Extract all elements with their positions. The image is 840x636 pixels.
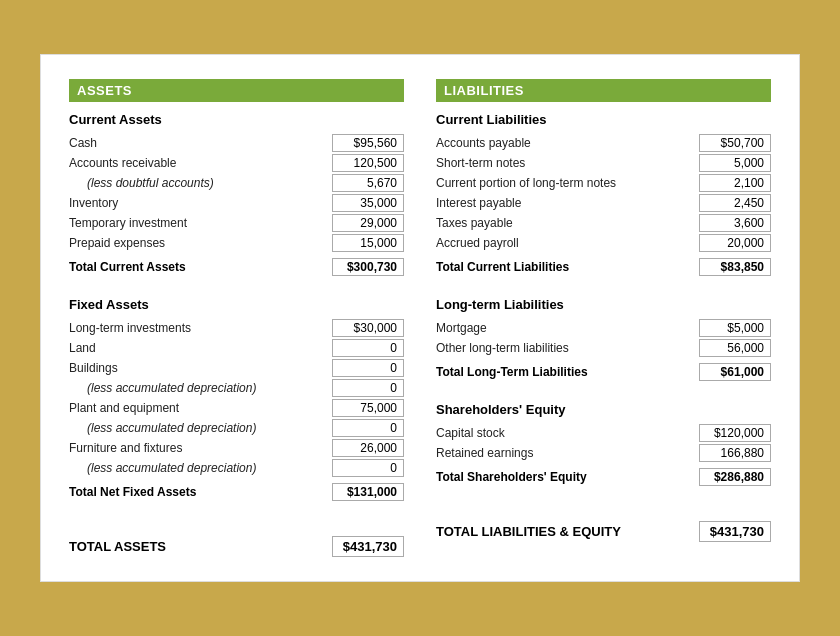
list-item: Mortgage $5,000	[436, 318, 771, 338]
total-liabilities-equity-label: TOTAL LIABILITIES & EQUITY	[436, 524, 621, 539]
item-value: 3,600	[699, 214, 771, 232]
item-value: $5,000	[699, 319, 771, 337]
list-item: Furniture and fixtures 26,000	[69, 438, 404, 458]
item-label: Plant and equipment	[69, 401, 332, 415]
item-label: Current portion of long-term notes	[436, 176, 699, 190]
list-item: Cash $95,560	[69, 133, 404, 153]
balance-sheet: ASSETS Current Assets Cash $95,560 Accou…	[40, 54, 800, 582]
assets-column: ASSETS Current Assets Cash $95,560 Accou…	[69, 79, 404, 557]
list-item: Capital stock $120,000	[436, 423, 771, 443]
total-fixed-assets-row: Total Net Fixed Assets $131,000	[69, 480, 404, 504]
list-item: Interest payable 2,450	[436, 193, 771, 213]
item-label: Taxes payable	[436, 216, 699, 230]
item-value: 166,880	[699, 444, 771, 462]
item-label: Other long-term liabilities	[436, 341, 699, 355]
item-label: Cash	[69, 136, 332, 150]
total-assets-section: TOTAL ASSETS $431,730	[69, 528, 404, 557]
list-item: Inventory 35,000	[69, 193, 404, 213]
item-value: 20,000	[699, 234, 771, 252]
total-label: Total Current Assets	[69, 260, 332, 274]
item-value: 35,000	[332, 194, 404, 212]
list-item: Current portion of long-term notes 2,100	[436, 173, 771, 193]
item-value: 0	[332, 359, 404, 377]
list-item: (less accumulated depreciation) 0	[69, 418, 404, 438]
list-item: Temporary investment 29,000	[69, 213, 404, 233]
item-label: Mortgage	[436, 321, 699, 335]
fixed-assets-header: Fixed Assets	[69, 297, 404, 312]
item-value: 29,000	[332, 214, 404, 232]
total-label: Total Shareholders' Equity	[436, 470, 699, 484]
current-assets-header: Current Assets	[69, 112, 404, 127]
list-item: Buildings 0	[69, 358, 404, 378]
item-label: Inventory	[69, 196, 332, 210]
list-item: Prepaid expenses 15,000	[69, 233, 404, 253]
item-label: Accrued payroll	[436, 236, 699, 250]
list-item: (less accumulated depreciation) 0	[69, 458, 404, 478]
item-label: Capital stock	[436, 426, 699, 440]
assets-header: ASSETS	[69, 79, 404, 102]
total-current-liabilities-row: Total Current Liabilities $83,850	[436, 255, 771, 279]
item-value: 0	[332, 339, 404, 357]
item-value: 120,500	[332, 154, 404, 172]
total-liabilities-equity-section: TOTAL LIABILITIES & EQUITY $431,730	[436, 513, 771, 542]
item-value: 0	[332, 419, 404, 437]
item-value: 56,000	[699, 339, 771, 357]
total-current-assets-row: Total Current Assets $300,730	[69, 255, 404, 279]
item-value: 0	[332, 379, 404, 397]
item-label: (less accumulated depreciation)	[69, 421, 332, 435]
list-item: Accounts payable $50,700	[436, 133, 771, 153]
list-item: (less accumulated depreciation) 0	[69, 378, 404, 398]
longterm-liabilities-header: Long-term Liabilities	[436, 297, 771, 312]
item-value: 0	[332, 459, 404, 477]
item-label: Furniture and fixtures	[69, 441, 332, 455]
list-item: Accrued payroll 20,000	[436, 233, 771, 253]
list-item: Taxes payable 3,600	[436, 213, 771, 233]
total-value: $131,000	[332, 483, 404, 501]
item-value: 5,670	[332, 174, 404, 192]
total-longterm-liabilities-row: Total Long-Term Liabilities $61,000	[436, 360, 771, 384]
item-label: (less accumulated depreciation)	[69, 381, 332, 395]
list-item: Long-term investments $30,000	[69, 318, 404, 338]
total-liabilities-equity-value: $431,730	[699, 521, 771, 542]
item-value: $50,700	[699, 134, 771, 152]
item-label: Temporary investment	[69, 216, 332, 230]
total-value: $83,850	[699, 258, 771, 276]
item-value: 26,000	[332, 439, 404, 457]
item-label: Prepaid expenses	[69, 236, 332, 250]
current-liabilities-header: Current Liabilities	[436, 112, 771, 127]
item-value: 75,000	[332, 399, 404, 417]
item-label: Short-term notes	[436, 156, 699, 170]
item-label: (less doubtful accounts)	[69, 176, 332, 190]
total-value: $286,880	[699, 468, 771, 486]
total-label: Total Long-Term Liabilities	[436, 365, 699, 379]
total-assets-label: TOTAL ASSETS	[69, 539, 166, 554]
item-value: 5,000	[699, 154, 771, 172]
item-label: Interest payable	[436, 196, 699, 210]
equity-header: Shareholders' Equity	[436, 402, 771, 417]
list-item: Short-term notes 5,000	[436, 153, 771, 173]
item-label: (less accumulated depreciation)	[69, 461, 332, 475]
item-value: $95,560	[332, 134, 404, 152]
item-value: 15,000	[332, 234, 404, 252]
total-assets-value: $431,730	[332, 536, 404, 557]
item-value: $120,000	[699, 424, 771, 442]
list-item: Retained earnings 166,880	[436, 443, 771, 463]
list-item: Land 0	[69, 338, 404, 358]
total-value: $300,730	[332, 258, 404, 276]
item-value: 2,450	[699, 194, 771, 212]
item-label: Retained earnings	[436, 446, 699, 460]
item-label: Land	[69, 341, 332, 355]
item-label: Buildings	[69, 361, 332, 375]
list-item: (less doubtful accounts) 5,670	[69, 173, 404, 193]
total-label: Total Current Liabilities	[436, 260, 699, 274]
item-label: Accounts receivable	[69, 156, 332, 170]
total-label: Total Net Fixed Assets	[69, 485, 332, 499]
item-label: Accounts payable	[436, 136, 699, 150]
total-value: $61,000	[699, 363, 771, 381]
list-item: Other long-term liabilities 56,000	[436, 338, 771, 358]
liabilities-header: LIABILITIES	[436, 79, 771, 102]
list-item: Plant and equipment 75,000	[69, 398, 404, 418]
item-value: $30,000	[332, 319, 404, 337]
item-value: 2,100	[699, 174, 771, 192]
total-equity-row: Total Shareholders' Equity $286,880	[436, 465, 771, 489]
